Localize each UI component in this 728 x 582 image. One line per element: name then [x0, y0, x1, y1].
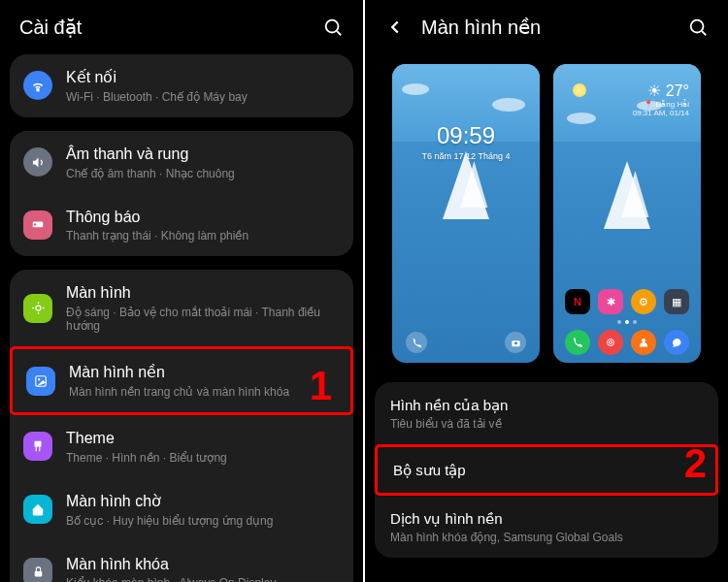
item-subtitle: Tiêu biểu và đã tải về: [390, 417, 703, 431]
lock-date: T6 năm 17 12 Tháng 4: [392, 151, 540, 161]
settings-group-notifications: Âm thanh và rung Chế độ âm thanh · Nhạc …: [10, 131, 353, 257]
item-subtitle: Wi-Fi · Bluetooth · Chế độ Máy bay: [66, 90, 340, 104]
chevron-left-icon: [384, 16, 406, 38]
page-indicator: [553, 320, 701, 324]
lock-clock: 09:59: [392, 122, 540, 149]
item-subtitle: Bố cục · Huy hiệu biểu tượng ứng dụng: [66, 514, 340, 528]
settings-title: Cài đặt: [19, 16, 307, 39]
svg-point-18: [608, 340, 614, 346]
theme-icon: [23, 432, 52, 461]
lock-time: 09:59 T6 năm 17 12 Tháng 4: [392, 122, 540, 161]
search-icon: [322, 16, 344, 38]
phone-app-icon: [565, 330, 590, 355]
bell-icon: [23, 210, 52, 240]
svg-point-0: [326, 20, 339, 33]
home-icon: [23, 495, 52, 524]
wallpaper-options: Hình nền của bạn Tiêu biểu và đã tải về …: [365, 382, 728, 582]
item-text: Bộ sưu tập: [393, 461, 700, 480]
item-title: Dịch vụ hình nền: [390, 509, 703, 529]
settings-group-display: Màn hình Độ sáng · Bảo vệ cho mắt thoải …: [10, 270, 353, 582]
wallpaper-title: Màn hình nền: [421, 16, 672, 39]
boat-icon: [621, 171, 648, 217]
camera-app-icon: [598, 330, 623, 355]
option-wallpaper-services[interactable]: Dịch vụ hình nền Màn hình khóa động, Sam…: [375, 496, 718, 558]
search-icon: [687, 16, 709, 38]
settings-list: Kết nối Wi-Fi · Bluetooth · Chế độ Máy b…: [0, 54, 363, 582]
svg-point-2: [37, 89, 39, 91]
item-text: Dịch vụ hình nền Màn hình khóa động, Sam…: [390, 509, 703, 544]
wallpaper-header: Màn hình nền: [365, 0, 728, 54]
settings-item-notifications[interactable]: Thông báo Thanh trạng thái · Không làm p…: [10, 194, 353, 257]
boat-icon: [460, 161, 487, 208]
app-folder-icon: ▦: [664, 289, 689, 314]
svg-point-19: [610, 341, 612, 344]
svg-rect-12: [35, 441, 42, 447]
display-icon: [23, 294, 52, 323]
wifi-icon: [23, 71, 52, 100]
svg-point-14: [691, 20, 704, 33]
settings-item-sound[interactable]: Âm thanh và rung Chế độ âm thanh · Nhạc …: [10, 131, 353, 194]
item-text: Theme Theme · Hình nền · Biểu tượng: [66, 429, 340, 465]
settings-group-connectivity: Kết nối Wi-Fi · Bluetooth · Chế độ Máy b…: [10, 54, 353, 117]
item-text: Thông báo Thanh trạng thái · Không làm p…: [66, 208, 340, 243]
home-dock: [553, 330, 701, 355]
item-title: Màn hình khóa: [66, 555, 340, 575]
option-your-wallpapers[interactable]: Hình nền của bạn Tiêu biểu và đã tải về: [375, 382, 718, 444]
svg-point-5: [36, 306, 41, 310]
settings-item-lockscreen[interactable]: Màn hình khóa Kiểu khóa màn hình · Alway…: [10, 541, 353, 582]
settings-item-homescreen[interactable]: Màn hình chờ Bố cục · Huy hiệu biểu tượn…: [10, 478, 353, 541]
item-text: Hình nền của bạn Tiêu biểu và đã tải về: [390, 396, 703, 431]
item-text: Màn hình chờ Bố cục · Huy hiệu biểu tượn…: [66, 492, 340, 528]
svg-point-17: [514, 341, 517, 344]
weather-temp: ☀ 27°: [633, 81, 689, 100]
wallpaper-icon: [26, 367, 55, 396]
item-subtitle: Màn hình nền trang chủ và màn hình khóa: [69, 385, 337, 399]
step-marker-1: 1: [310, 363, 332, 409]
svg-point-4: [34, 223, 36, 225]
item-title: Màn hình chờ: [66, 492, 340, 512]
item-text: Màn hình Độ sáng · Bảo vệ cho mắt thoải …: [66, 283, 340, 333]
preview-homescreen[interactable]: ☀ 27° 📍 Đằng Hải 09:31 AM, 01/14 N ✱ ⚙ ▦: [553, 64, 701, 363]
option-gallery[interactable]: Bộ sưu tập: [375, 444, 718, 497]
item-title: Âm thanh và rung: [66, 145, 340, 165]
lock-icon: [23, 558, 52, 582]
item-subtitle: Kiểu khóa màn hình · Always On Display: [66, 576, 340, 582]
svg-point-20: [642, 339, 645, 342]
settings-item-display[interactable]: Màn hình Độ sáng · Bảo vệ cho mắt thoải …: [10, 270, 353, 346]
svg-point-11: [38, 378, 40, 380]
svg-line-15: [702, 31, 706, 35]
search-button[interactable]: [322, 16, 344, 38]
weather-widget: ☀ 27° 📍 Đằng Hải 09:31 AM, 01/14: [633, 81, 689, 117]
item-title: Màn hình nền: [69, 363, 337, 383]
item-title: Bộ sưu tập: [393, 461, 700, 480]
messages-app-icon: [664, 330, 689, 355]
svg-line-1: [337, 31, 341, 35]
item-subtitle: Độ sáng · Bảo vệ cho mắt thoải mái · Tha…: [66, 306, 340, 333]
search-button[interactable]: [687, 16, 709, 38]
item-text: Màn hình khóa Kiểu khóa màn hình · Alway…: [66, 555, 340, 582]
item-title: Màn hình: [66, 283, 340, 304]
preview-lockscreen[interactable]: 09:59 T6 năm 17 12 Tháng 4: [392, 64, 540, 363]
wallpaper-previews: 09:59 T6 năm 17 12 Tháng 4 ☀: [365, 54, 728, 382]
settings-item-wallpaper[interactable]: Màn hình nền Màn hình nền trang chủ và m…: [10, 346, 353, 415]
sun-icon: [573, 83, 586, 97]
lock-shortcuts: [392, 332, 540, 353]
item-title: Theme: [66, 429, 340, 449]
settings-item-theme[interactable]: Theme Theme · Hình nền · Biểu tượng: [10, 415, 353, 478]
weather-time: 09:31 AM, 01/14: [633, 109, 689, 117]
item-title: Hình nền của bạn: [390, 396, 703, 415]
app-icon: ✱: [598, 289, 623, 314]
item-subtitle: Theme · Hình nền · Biểu tượng: [66, 451, 340, 465]
settings-header: Cài đặt: [0, 0, 363, 54]
wallpaper-sources-group: Hình nền của bạn Tiêu biểu và đã tải về …: [375, 382, 718, 558]
step-marker-2: 2: [684, 440, 707, 487]
app-icon: N: [565, 289, 590, 314]
svg-rect-13: [34, 571, 42, 576]
item-text: Kết nối Wi-Fi · Bluetooth · Chế độ Máy b…: [66, 68, 340, 104]
phone-icon: [406, 332, 427, 353]
back-button[interactable]: [384, 16, 406, 38]
settings-item-connections[interactable]: Kết nối Wi-Fi · Bluetooth · Chế độ Máy b…: [10, 54, 353, 117]
item-subtitle: Màn hình khóa động, Samsung Global Goals: [390, 531, 703, 544]
camera-icon: [505, 332, 526, 353]
item-text: Âm thanh và rung Chế độ âm thanh · Nhạc …: [66, 145, 340, 180]
